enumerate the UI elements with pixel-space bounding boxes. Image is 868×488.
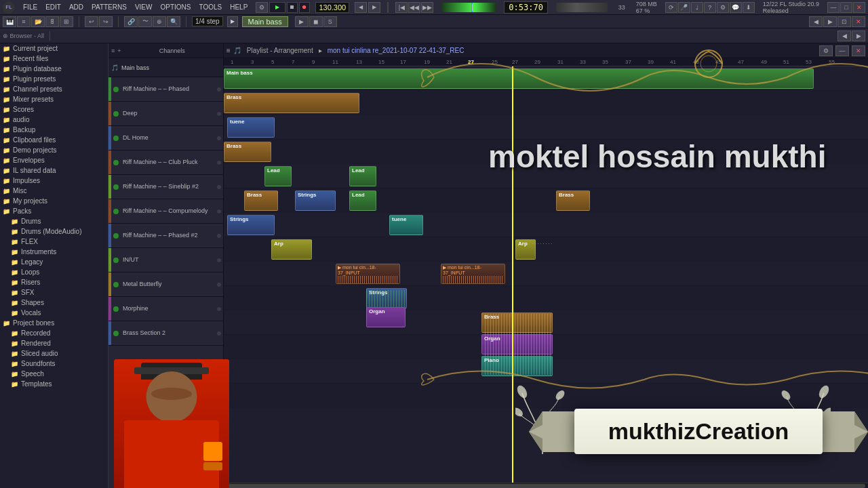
clip-organ-2[interactable]: Organ (481, 334, 553, 354)
window-close-icon[interactable]: ✕ (852, 16, 865, 27)
piano-roll-icon[interactable]: 🎹 (3, 16, 16, 27)
sidebar-item-shapes[interactable]: 📁Shapes (0, 298, 108, 308)
mic-icon[interactable]: 🎤 (678, 2, 690, 13)
clip-lead-3[interactable]: Lead (349, 190, 376, 211)
sidebar-item-legacy[interactable]: 📁Legacy (0, 257, 108, 267)
track-mute-dot-8[interactable] (113, 282, 119, 287)
playlist-icon[interactable]: ≡ (17, 16, 31, 27)
track-mute-dot-1[interactable] (113, 111, 119, 117)
clip-piano-1[interactable]: Piano (481, 356, 553, 376)
track-mute-dot-9[interactable] (113, 306, 119, 312)
wave-icon[interactable]: 〜 (138, 16, 152, 27)
sidebar-item-sliced-audio[interactable]: 📁Sliced audio (0, 348, 108, 359)
sidebar-item-loops[interactable]: 📁Loops (0, 267, 108, 277)
sidebar-item-risers[interactable]: 📁Risers (0, 277, 108, 287)
channel-group-2[interactable]: DL Home (108, 126, 223, 150)
menu-view[interactable]: VIEW (135, 3, 153, 11)
clip-lead-2[interactable]: Lead (349, 166, 376, 186)
sidebar-item-channel-presets[interactable]: 📁Channel presets (0, 84, 108, 94)
track-mute-dot-2[interactable] (113, 136, 119, 141)
sidebar-item-plugin-presets[interactable]: 📁Plugin presets (0, 74, 108, 84)
track-mute-dot-6[interactable] (113, 233, 119, 239)
clip-organ-1[interactable]: Organ (366, 307, 406, 327)
redo-icon[interactable]: ↪ (99, 16, 113, 27)
sidebar-item-sfx[interactable]: 📁SFX (0, 287, 108, 298)
menu-bar[interactable]: FILE EDIT ADD PATTERNS VIEW OPTIONS TOOL… (23, 3, 248, 11)
track-mute-dot-3[interactable] (113, 160, 119, 165)
quantize-selector[interactable]: 1/4 step (192, 16, 223, 26)
clip-main-bass[interactable]: Main bass (224, 68, 814, 89)
menu-help[interactable]: HELP (230, 3, 248, 11)
play-pattern-icon[interactable]: ▶ (295, 16, 309, 27)
sidebar-item-recent-files[interactable]: 📁Recent files (0, 54, 108, 64)
track-mute-dot-5[interactable] (113, 209, 119, 214)
view-right-icon[interactable]: ▶ (852, 30, 865, 41)
menu-options[interactable]: OPTIONS (160, 3, 191, 11)
channel-group-0[interactable]: Riff Machine – – Phased (108, 77, 223, 102)
zoom-icon[interactable]: 🔍 (167, 16, 180, 27)
window-next-icon[interactable]: ▶ (823, 16, 837, 27)
menu-edit[interactable]: EDIT (45, 3, 61, 11)
clip-input-1[interactable]: ▶ mon tui cin...18-37_INPUT (336, 264, 400, 284)
sidebar-item-instruments[interactable]: 📁Instruments (0, 247, 108, 257)
download-icon[interactable]: ⬇ (743, 2, 755, 13)
clip-lead-1[interactable]: Lead (264, 166, 292, 186)
sidebar-item-project-bones[interactable]: 📁Project bones (0, 318, 108, 328)
fit-icon[interactable]: ⊡ (837, 16, 851, 27)
settings-icon[interactable]: ⚙ (717, 2, 729, 13)
midi-icon[interactable]: ♩ (691, 2, 703, 13)
clip-strings-3[interactable]: Strings (366, 288, 407, 308)
question-icon[interactable]: ? (704, 2, 716, 13)
metronome-icon[interactable]: ▶ (227, 16, 238, 27)
close-icon[interactable]: ✕ (853, 2, 865, 13)
channel-group-1[interactable]: Deep (108, 102, 223, 126)
playlist-close-icon[interactable]: ✕ (852, 45, 865, 56)
clip-strings-1[interactable]: Strings (295, 190, 336, 211)
clip-brass-2[interactable]: Brass (224, 142, 271, 162)
sidebar-item-packs[interactable]: 📁Packs (0, 206, 108, 216)
sidebar-item-il-shared-data[interactable]: 📁IL shared data (0, 165, 108, 176)
minimize-icon[interactable]: — (827, 2, 840, 13)
channel-group-4[interactable]: Riff Machine – – Sineblip #2 (108, 175, 223, 199)
channel-group-6[interactable]: Riff Machine – – Phased #2 (108, 224, 223, 248)
menu-tools[interactable]: TOOLS (199, 3, 222, 11)
sidebar-item-demo-projects[interactable]: 📁Demo projects (0, 145, 108, 155)
channel-group-10[interactable]: Brass Section 2 (108, 321, 223, 346)
sidebar-item-vocals[interactable]: 📁Vocals (0, 308, 108, 318)
channel-group-9[interactable]: Morphine (108, 297, 223, 321)
sidebar-item-drums[interactable]: 📁Drums (0, 216, 108, 226)
track-mute-dot-7[interactable] (113, 258, 119, 263)
track-mute-dot-0[interactable] (113, 87, 119, 92)
sidebar-item-envelopes[interactable]: 📁Envelopes (0, 155, 108, 165)
sidebar-item-audio[interactable]: 📁audio (0, 115, 108, 125)
mixer-icon[interactable]: 🎚 (45, 16, 59, 27)
clip-brass-1[interactable]: Brass (224, 93, 359, 113)
menu-add[interactable]: ADD (69, 3, 83, 11)
undo-icon[interactable]: ↩ (85, 16, 98, 27)
menu-patterns[interactable]: PATTERNS (92, 3, 127, 11)
channel-group-5[interactable]: Riff Machine – – Compumelody (108, 199, 223, 224)
channel-group-7[interactable]: IN/UT (108, 248, 223, 272)
horizontal-scrollbar[interactable] (224, 483, 868, 488)
forward-icon[interactable]: ▶▶ (421, 2, 433, 13)
sidebar-item-misc[interactable]: 📁Misc (0, 186, 108, 196)
sidebar-item-clipboard-files[interactable]: 📁Clipboard files (0, 135, 108, 145)
clip-strings-2[interactable]: Strings (227, 215, 275, 235)
solo-icon[interactable]: S (323, 16, 337, 27)
menu-file[interactable]: FILE (23, 3, 37, 11)
snap-icon[interactable]: ⊕ (153, 16, 166, 27)
browser-icon[interactable]: 📂 (31, 16, 45, 27)
sidebar-item-backup[interactable]: 📁Backup (0, 125, 108, 135)
scrollbar-thumb[interactable] (226, 484, 865, 488)
playlist-minimize-icon[interactable]: — (835, 45, 849, 56)
rewind-icon[interactable]: ◀◀ (408, 2, 420, 13)
clip-tuene-2[interactable]: tuene (389, 215, 423, 235)
channel-group-3[interactable]: Riff Machine – – Club Pluck (108, 150, 223, 175)
playlist-settings-icon[interactable]: ⚙ (819, 45, 833, 56)
track-mute-dot-4[interactable] (113, 184, 119, 190)
sidebar-item-impulses[interactable]: 📁Impulses (0, 176, 108, 186)
clip-brass-3[interactable]: Brass (244, 190, 278, 211)
clip-arp-1[interactable]: Arp (271, 239, 312, 260)
clip-brass-4[interactable]: Brass (556, 190, 590, 211)
sidebar-item-current-project[interactable]: 📁Current project (0, 43, 108, 54)
